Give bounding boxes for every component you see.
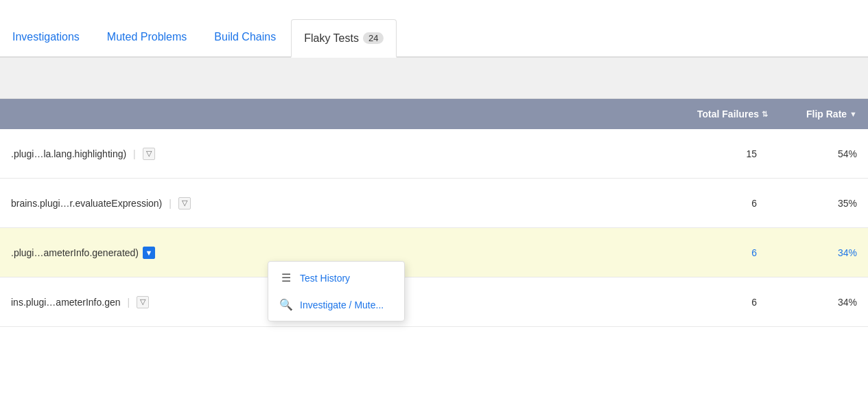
row-1-flip: 54% xyxy=(768,148,857,159)
row-2-name: brains.plugi…r.evaluateExpression) xyxy=(11,198,162,209)
tab-investigations-label: Investigations xyxy=(12,31,80,43)
row-1-name: .plugi…la.lang.highlighting) xyxy=(11,148,126,159)
row-2-total: 6 xyxy=(658,198,768,209)
row-2-pipe: | xyxy=(169,198,172,209)
flaky-tests-badge: 24 xyxy=(363,32,384,44)
row-1-total: 15 xyxy=(658,148,768,159)
row-1-pipe: | xyxy=(133,148,136,159)
row-name: brains.plugi…r.evaluateExpression) | ▽ xyxy=(11,197,658,209)
table-row: ins.plugi…ameterInfo.gen | ▽ 6 34% xyxy=(0,277,868,327)
tab-muted-problems[interactable]: Muted Problems xyxy=(95,18,200,56)
row-3-flip: 34% xyxy=(768,247,857,258)
test-history-icon: ☰ xyxy=(279,271,293,284)
row-4-name: ins.plugi…ameterInfo.gen xyxy=(11,297,121,308)
row-4-pipe: | xyxy=(128,297,130,308)
row-3-total: 6 xyxy=(658,247,768,258)
investigate-mute-label: Investigate / Mute... xyxy=(300,299,384,310)
total-failures-sort-icon: ⇅ xyxy=(762,110,768,119)
row-1-dropdown[interactable]: ▽ xyxy=(143,148,155,160)
flip-rate-label: Flip Rate xyxy=(806,109,847,120)
table-row: brains.plugi…r.evaluateExpression) | ▽ 6… xyxy=(0,179,868,228)
row-3-name: .plugi…ameterInfo.generated) xyxy=(11,247,139,258)
row-4-total: 6 xyxy=(658,297,768,308)
tab-muted-problems-label: Muted Problems xyxy=(107,31,187,43)
total-failures-label: Total Failures xyxy=(697,109,759,120)
row-name: .plugi…ameterInfo.generated) ▼ xyxy=(11,247,658,259)
menu-item-test-history[interactable]: ☰ Test History xyxy=(268,264,404,291)
sub-bar xyxy=(0,58,868,99)
row-3-dropdown[interactable]: ▼ xyxy=(143,247,155,259)
col-total-failures-header[interactable]: Total Failures ⇅ xyxy=(658,109,768,120)
tab-build-chains-label: Build Chains xyxy=(214,31,276,43)
context-menu: ☰ Test History 🔍 Investigate / Mute... xyxy=(268,261,405,321)
tab-investigations[interactable]: Investigations xyxy=(0,18,92,56)
row-2-dropdown[interactable]: ▽ xyxy=(178,197,191,209)
col-flip-rate-header[interactable]: Flip Rate ▼ xyxy=(768,109,857,120)
tab-flaky-tests-label: Flaky Tests xyxy=(304,32,359,45)
test-history-label: Test History xyxy=(300,273,350,284)
row-4-flip: 34% xyxy=(768,297,857,308)
row-name: .plugi…la.lang.highlighting) | ▽ xyxy=(11,148,658,160)
row-4-dropdown[interactable]: ▽ xyxy=(137,296,149,308)
tab-build-chains[interactable]: Build Chains xyxy=(202,18,288,56)
investigate-icon: 🔍 xyxy=(279,298,293,311)
table-row: .plugi…la.lang.highlighting) | ▽ 15 54% xyxy=(0,129,868,179)
table-header: Total Failures ⇅ Flip Rate ▼ xyxy=(0,99,868,129)
tab-flaky-tests[interactable]: Flaky Tests 24 xyxy=(291,19,397,58)
menu-item-investigate-mute[interactable]: 🔍 Investigate / Mute... xyxy=(268,291,404,318)
table-row-highlighted: .plugi…ameterInfo.generated) ▼ 6 34% ☰ T… xyxy=(0,228,868,277)
flip-rate-sort-icon: ▼ xyxy=(849,110,857,118)
row-2-flip: 35% xyxy=(768,198,857,209)
tab-bar: Investigations Muted Problems Build Chai… xyxy=(0,0,868,58)
